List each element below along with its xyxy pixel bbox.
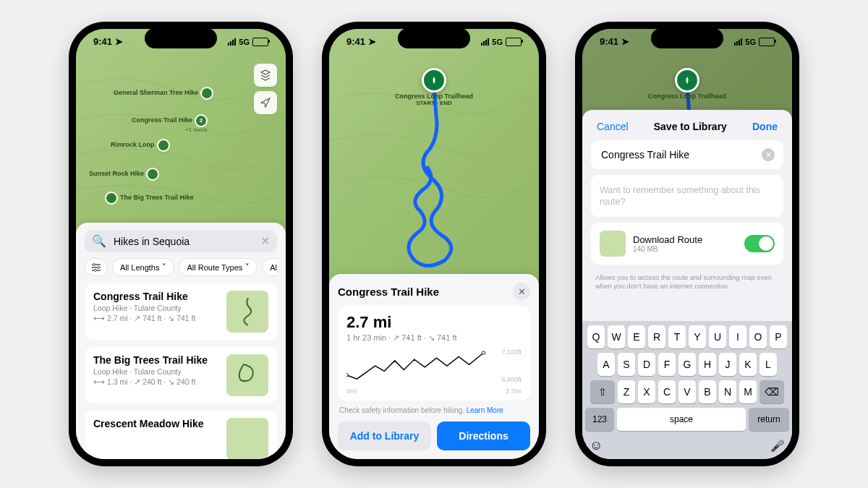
key-r[interactable]: R (648, 325, 665, 348)
key-q[interactable]: Q (587, 325, 605, 348)
key-d[interactable]: D (638, 353, 655, 376)
key-p[interactable]: P (770, 325, 787, 348)
space-key[interactable]: space (617, 408, 746, 431)
add-to-library-button[interactable]: Add to Library (338, 421, 431, 450)
filter-length[interactable]: All Lengths ˅ (112, 258, 174, 276)
close-button[interactable]: ✕ (513, 283, 530, 300)
key-m[interactable]: M (739, 380, 757, 403)
result-thumbnail (226, 291, 268, 333)
dynamic-island (145, 28, 217, 48)
map-poi[interactable]: Rimrock Loop (111, 139, 170, 152)
key-b[interactable]: B (699, 380, 716, 403)
download-size: 140 MB (633, 245, 737, 253)
key-y[interactable]: Y (689, 325, 706, 348)
trailhead-pin (675, 68, 699, 93)
key-i[interactable]: I (729, 325, 746, 348)
result-title: Congress Trail Hike (93, 291, 195, 302)
key-g[interactable]: G (678, 353, 696, 376)
shift-key[interactable]: ⇧ (590, 380, 615, 403)
return-key[interactable]: return (749, 408, 789, 431)
key-c[interactable]: C (658, 380, 676, 403)
phone-search: 9:41 ➤ 5G General Sherman Tree Hike Cong… (69, 22, 293, 466)
svg-point-2 (95, 269, 97, 271)
search-results-sheet[interactable]: 🔍 ✕ All Lengths ˅ All Route Types ˅ All … (76, 223, 286, 459)
result-item[interactable]: The Big Trees Trail Hike Loop Hike · Tul… (85, 347, 277, 403)
key-v[interactable]: V (678, 380, 696, 403)
map-poi[interactable]: Sunset Rock Hike (89, 168, 159, 181)
download-toggle[interactable] (744, 235, 775, 252)
result-title: Crescent Meadow Hike (93, 418, 204, 429)
key-z[interactable]: Z (618, 380, 635, 403)
filter-route-type[interactable]: All Route Types ˅ (179, 258, 258, 276)
directions-button[interactable]: Directions (437, 421, 530, 450)
map-poi[interactable]: General Sherman Tree Hike (114, 87, 213, 100)
keyboard[interactable]: QWERTYUIOP ASDFGHJKL ⇧ ZXCVBNM⌫ 123 spac… (582, 321, 792, 459)
save-library-sheet[interactable]: Cancel Save to Library Done ✕ Want to re… (582, 110, 792, 459)
backspace-key[interactable]: ⌫ (760, 380, 784, 403)
svg-point-0 (93, 263, 95, 265)
result-item[interactable]: Congress Trail Hike Loop Hike · Tulare C… (85, 283, 277, 340)
phone-save-library: 9:41 ➤ 5G Congress Loop Trailhead Cancel… (575, 22, 799, 466)
dynamic-island (398, 28, 470, 48)
screen: 9:41 ➤ 5G General Sherman Tree Hike Cong… (76, 29, 286, 459)
result-stats: ⟷ 2.7 mi · ↗ 741 ft · ↘ 741 ft (93, 314, 195, 322)
result-subtitle: Loop Hike · Tulare County (93, 367, 208, 376)
trail-title: Congress Trail Hike (338, 286, 439, 298)
dynamic-island (651, 28, 723, 48)
screen: 9:41 ➤ 5G Congress Loop Trailhead Cancel… (582, 29, 792, 459)
key-u[interactable]: U (709, 325, 726, 348)
key-t[interactable]: T (668, 325, 686, 348)
map-layers-button[interactable] (254, 64, 277, 87)
route-name-field[interactable]: ✕ (591, 140, 783, 169)
map-poi[interactable]: Congress Trail Hike2 +1 more (132, 114, 208, 134)
result-thumbnail (226, 418, 268, 459)
result-stats: ⟷ 1.3 mi · ↗ 240 ft · ↘ 240 ft (93, 377, 208, 386)
cancel-button[interactable]: Cancel (592, 120, 633, 133)
done-button[interactable]: Done (748, 120, 782, 133)
key-n[interactable]: N (719, 380, 736, 403)
key-e[interactable]: E (628, 325, 645, 348)
key-s[interactable]: S (618, 353, 635, 376)
key-k[interactable]: K (739, 353, 757, 376)
emoji-key[interactable]: ☺ (590, 438, 603, 453)
key-j[interactable]: J (719, 353, 736, 376)
svg-point-1 (98, 266, 100, 268)
locate-me-button[interactable] (254, 91, 277, 114)
learn-more-link[interactable]: Learn More (467, 406, 503, 414)
numbers-key[interactable]: 123 (585, 408, 614, 431)
pin-icon (146, 168, 159, 181)
signal-icon (734, 38, 742, 46)
signal-icon (481, 38, 489, 46)
key-a[interactable]: A (597, 353, 615, 376)
route-note-field[interactable]: Want to remember something about this ro… (591, 175, 783, 217)
pin-icon (200, 87, 213, 100)
key-x[interactable]: X (638, 380, 655, 403)
result-item[interactable]: Crescent Meadow Hike (85, 411, 277, 459)
map-poi[interactable]: The Big Trees Trail Hike (105, 192, 194, 205)
trailhead-pin[interactable] (422, 68, 446, 93)
network-label: 5G (745, 38, 756, 46)
key-o[interactable]: O (749, 325, 767, 348)
mic-key[interactable]: 🎤 (770, 439, 785, 453)
search-field[interactable]: 🔍 ✕ (85, 230, 277, 252)
key-f[interactable]: F (658, 353, 676, 376)
filter-elevation[interactable]: All Elev (262, 258, 277, 276)
screen: 9:41 ➤ 5G Congress Loop Trailhead START … (329, 29, 539, 459)
clear-name-button[interactable]: ✕ (762, 148, 775, 161)
key-l[interactable]: L (760, 353, 777, 376)
clear-search-icon[interactable]: ✕ (260, 234, 270, 248)
trail-detail-sheet[interactable]: Congress Trail Hike ✕ 2.7 mi 1 hr 23 min… (329, 274, 539, 459)
result-title: The Big Trees Trail Hike (93, 354, 208, 366)
search-input[interactable] (112, 235, 255, 248)
status-time: 9:41 (93, 36, 112, 47)
pin-icon (105, 192, 118, 205)
elevation-chart[interactable]: 7,100ft 6,800ft 0mi 2.7mi (346, 348, 522, 392)
download-thumbnail (600, 231, 626, 257)
chevron-down-icon: ˅ (162, 262, 166, 272)
result-subtitle: Loop Hike · Tulare County (93, 304, 195, 312)
key-w[interactable]: W (608, 325, 625, 348)
key-h[interactable]: H (699, 353, 716, 376)
filter-settings-button[interactable] (85, 258, 108, 276)
svg-point-3 (346, 373, 348, 377)
route-name-input[interactable] (600, 148, 762, 161)
